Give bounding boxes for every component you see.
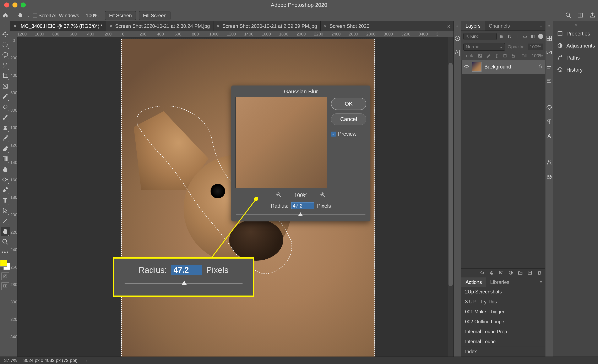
maximize-window-button[interactable] [21,2,26,8]
fill-screen-button[interactable]: Fill Screen [139,11,170,20]
filter-pixel-icon[interactable]: ▦ [499,34,504,39]
action-item[interactable]: Index [461,347,545,356]
close-tab-icon[interactable]: × [324,24,327,29]
status-info[interactable]: 3024 px x 4032 px (72 ppi) [23,358,77,363]
pen-tool[interactable] [1,185,10,194]
lock-position-icon[interactable] [494,53,499,58]
lock-all-icon[interactable] [511,53,516,58]
eraser-tool[interactable] [1,144,10,153]
action-item[interactable]: Internal Loupe [461,337,545,347]
layer-thumbnail[interactable] [472,62,482,72]
group-layers-icon[interactable] [518,270,523,276]
layer-lock-icon[interactable] [538,64,543,70]
document-tab[interactable]: ×IMG_3400.HEIC @ 37.7% (RGB/8*) * [10,21,106,31]
gradient-tool[interactable] [1,154,10,163]
filter-adjust-icon[interactable]: ◐ [507,34,512,39]
character-styles-icon[interactable] [546,77,553,84]
action-item[interactable]: Internal Loupe Prep [461,327,545,337]
status-menu-icon[interactable]: › [86,358,87,363]
modifier-keys-icon[interactable] [546,159,553,167]
marquee-tool[interactable] [1,40,10,49]
character-panel-icon[interactable] [546,132,553,140]
adjustment-layer-icon[interactable] [508,270,513,276]
document-tab[interactable]: ×Screen Shot 2020 [321,21,373,31]
scroll-all-windows-checkbox[interactable]: Scroll All Windows [33,13,79,18]
close-window-button[interactable] [4,2,9,8]
scrollbar-thumb[interactable] [448,63,453,286]
close-tab-icon[interactable]: × [110,24,112,29]
canvas[interactable]: Gaussian Blur OK Cancel ✓Preview 100% [17,37,454,356]
tools-collapse-icon[interactable]: » [4,23,6,28]
color-swatches[interactable] [0,260,10,270]
hand-tool-icon[interactable] [17,12,23,19]
zoom-in-icon[interactable] [320,192,326,199]
magic-wand-tool[interactable] [1,61,10,70]
search-icon[interactable] [565,12,571,19]
action-item[interactable]: 2Up Screenshots [461,287,545,297]
fill-value[interactable]: 100% [532,53,543,58]
tab-layers[interactable]: Layers [461,21,485,31]
screen-mode-toggle[interactable] [1,283,9,290]
blend-mode-select[interactable]: Normal⌄ [464,43,505,51]
layer-name[interactable]: Background [484,64,511,70]
props-collapse-icon[interactable]: « [553,21,598,28]
share-icon[interactable] [589,12,596,19]
vertical-scrollbar[interactable] [448,37,454,356]
dodge-tool[interactable] [1,175,10,184]
foreground-color-swatch[interactable] [0,260,7,267]
tab-actions[interactable]: Actions [461,277,486,287]
hand-tool[interactable] [1,227,10,236]
status-zoom[interactable]: 37.7% [4,358,17,363]
zoom-tool[interactable] [1,237,10,246]
filter-type-icon[interactable]: T [515,34,520,39]
delete-layer-icon[interactable] [537,270,542,276]
document-tab[interactable]: ×Screen Shot 2020-10-21 at 2.30.24 PM.jp… [106,21,214,31]
action-item[interactable]: 001 Make it bigger [461,307,545,317]
healing-brush-tool[interactable] [1,102,10,112]
lasso-tool[interactable] [1,50,10,60]
fit-screen-button[interactable]: Fit Screen [105,11,136,20]
close-tab-icon[interactable]: × [14,24,17,29]
3d-panel-icon[interactable] [546,173,553,181]
minimize-window-button[interactable] [12,2,17,8]
document-tab[interactable]: ×Screen Shot 2020-10-21 at 2.39.39 PM.jp… [214,21,321,31]
paragraph-styles-icon[interactable] [546,63,553,70]
lock-transparency-icon[interactable] [477,53,483,58]
filter-smart-icon[interactable]: ◧ [530,34,535,39]
rail-collapse-icon[interactable]: » [456,23,458,28]
rail-collapse-icon[interactable]: « [548,23,550,28]
layer-kind-filter[interactable] [464,33,497,40]
paths-panel-button[interactable]: Paths [553,52,598,64]
navigator-panel-icon[interactable] [546,104,553,112]
layer-style-icon[interactable]: fx [489,270,494,276]
adjustments-panel-button[interactable]: Adjustments [553,40,598,52]
zoom-out-icon[interactable] [276,192,282,199]
type-tool[interactable] [1,196,10,205]
layer-row[interactable]: Background [461,60,545,74]
line-tool[interactable] [1,217,10,226]
paragraph-panel-icon[interactable] [546,118,553,126]
swatches-panel-icon[interactable] [546,35,553,42]
workspace-icon[interactable] [577,12,583,19]
learn-panel-icon[interactable] [454,35,461,42]
panel-menu-icon[interactable]: ≡ [537,23,545,29]
crop-tool[interactable] [1,71,10,80]
filter-toggle[interactable] [538,34,543,39]
lock-artboard-icon[interactable] [502,53,508,58]
link-layers-icon[interactable] [480,270,485,276]
preview-checkbox[interactable]: ✓Preview [331,131,366,137]
radius-slider[interactable] [236,211,365,218]
home-icon[interactable] [2,12,8,19]
opacity-value[interactable]: 100% [528,44,543,50]
layer-visibility-icon[interactable] [464,64,469,70]
close-tab-icon[interactable]: × [217,24,219,29]
new-layer-icon[interactable] [527,270,532,276]
blur-tool[interactable] [1,165,10,174]
quick-mask-toggle[interactable] [1,273,9,280]
zoom-level[interactable]: 100% [83,13,102,18]
move-tool[interactable] [1,30,10,39]
layer-mask-icon[interactable] [499,270,504,276]
more-tabs-icon[interactable]: » [444,21,454,31]
cancel-button[interactable]: Cancel [331,113,366,125]
horizontal-ruler[interactable]: 1200100080060040020002004006008001000120… [10,31,454,37]
